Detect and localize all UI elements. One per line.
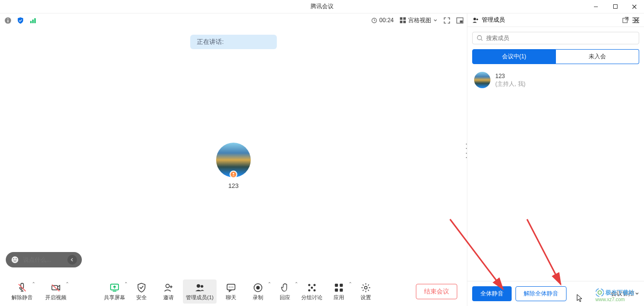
pip-icon[interactable] — [456, 17, 464, 24]
tab-not-joined[interactable]: 未入会 — [556, 49, 639, 64]
speaking-banner: 正在讲话: — [190, 35, 277, 49]
breakout-button[interactable]: 分组讨论 — [299, 279, 324, 304]
participant-name: 123 — [216, 182, 251, 189]
chevron-up-icon[interactable]: ⌃ — [65, 281, 69, 286]
bottom-toolbar: 解除静音 ⌃ 开启视频 ⌃ 共享屏幕 ⌃ 安全 — [0, 277, 467, 306]
members-panel: 管理成员 会议中(1) 未入会 123 (主持人, 我) 全体静音 解除全体静音 — [467, 13, 644, 306]
svg-rect-13 — [400, 17, 402, 20]
chevron-up-icon[interactable]: ⌃ — [32, 281, 36, 286]
members-button[interactable]: 管理成员(1) — [183, 279, 217, 304]
member-name: 123 — [495, 72, 526, 80]
svg-rect-45 — [340, 288, 343, 291]
svg-rect-43 — [340, 283, 343, 286]
svg-rect-42 — [335, 283, 338, 286]
chevron-up-icon[interactable]: ⌃ — [295, 281, 298, 286]
panel-tabs: 会议中(1) 未入会 — [472, 49, 639, 64]
popout-icon[interactable] — [622, 17, 629, 23]
end-meeting-button[interactable]: 结束会议 — [416, 284, 457, 299]
chevron-up-icon[interactable]: ⌃ — [268, 281, 271, 286]
svg-point-30 — [201, 285, 204, 288]
svg-rect-14 — [403, 17, 406, 20]
search-icon — [477, 35, 483, 41]
svg-rect-7 — [30, 21, 31, 23]
chevron-down-icon — [433, 18, 438, 23]
shield-icon[interactable] — [16, 16, 24, 24]
svg-point-19 — [232, 173, 234, 174]
emoji-icon[interactable] — [11, 255, 19, 264]
svg-point-40 — [313, 289, 316, 292]
unmute-all-button[interactable]: 解除全体静音 — [515, 286, 567, 301]
fullscreen-icon[interactable] — [443, 17, 451, 24]
panel-footer: 全体静音 解除全体静音 会议管控 — [467, 281, 644, 306]
svg-point-28 — [166, 284, 169, 287]
svg-rect-44 — [335, 288, 338, 291]
title-bar: 腾讯会议 — [0, 0, 644, 13]
svg-point-41 — [311, 286, 313, 289]
cursor-icon — [577, 294, 583, 303]
svg-point-37 — [308, 284, 310, 286]
svg-point-32 — [229, 286, 230, 287]
svg-point-29 — [197, 284, 200, 287]
search-input[interactable] — [486, 35, 635, 41]
main-video-area: 正在讲话: 123 — [0, 27, 467, 277]
svg-point-38 — [313, 284, 316, 286]
minimize-button[interactable] — [586, 0, 605, 13]
panel-header: 管理成员 — [467, 13, 644, 27]
member-role: (主持人, 我) — [495, 80, 526, 88]
view-mode-button[interactable]: 宫格视图 — [399, 16, 438, 25]
chevron-up-icon[interactable]: ⌃ — [348, 281, 352, 286]
security-button[interactable]: 安全 — [129, 279, 154, 304]
svg-point-20 — [12, 256, 18, 263]
svg-rect-9 — [34, 18, 36, 23]
search-box[interactable] — [472, 32, 639, 44]
chat-button[interactable]: 聊天 — [219, 279, 244, 304]
svg-point-46 — [364, 286, 367, 289]
svg-point-39 — [308, 289, 310, 292]
settings-button[interactable]: 设置 — [353, 279, 378, 304]
svg-point-47 — [474, 17, 476, 20]
member-row[interactable]: 123 (主持人, 我) — [472, 69, 639, 91]
close-button[interactable] — [625, 0, 644, 13]
svg-point-21 — [13, 258, 14, 259]
svg-rect-5 — [7, 20, 8, 22]
meeting-timer: 00:24 — [371, 17, 394, 24]
chevron-up-icon[interactable]: ⌃ — [124, 281, 128, 286]
panel-title: 管理成员 — [482, 16, 505, 24]
avatar — [216, 143, 251, 177]
svg-line-12 — [374, 20, 375, 21]
svg-rect-8 — [32, 19, 34, 23]
chat-pill[interactable] — [6, 252, 82, 267]
record-button[interactable]: 录制 ⌃ — [245, 279, 270, 304]
collapse-chat-icon[interactable] — [67, 255, 77, 265]
host-badge-icon — [230, 171, 237, 178]
share-screen-button[interactable]: 共享屏幕 ⌃ — [102, 279, 127, 304]
svg-point-6 — [7, 18, 8, 19]
tab-in-meeting[interactable]: 会议中(1) — [472, 49, 556, 64]
participant-tile[interactable]: 123 — [216, 143, 251, 189]
mute-all-button[interactable]: 全体静音 — [472, 286, 512, 301]
svg-rect-15 — [400, 21, 402, 23]
unmute-button[interactable]: 解除静音 ⌃ — [10, 279, 35, 304]
window-title: 腾讯会议 — [310, 2, 334, 11]
window-controls — [586, 0, 644, 13]
apps-button[interactable]: 应用 ⌃ — [326, 279, 351, 304]
info-icon[interactable] — [4, 16, 12, 24]
menu-icon[interactable] — [632, 17, 639, 23]
drag-handle[interactable] — [466, 144, 468, 158]
members-icon — [472, 17, 479, 24]
svg-rect-1 — [613, 5, 617, 9]
chat-input[interactable] — [23, 256, 62, 263]
svg-rect-18 — [460, 20, 463, 23]
reaction-button[interactable]: 回应 ⌃ — [272, 279, 297, 304]
meeting-control-button[interactable]: 会议管控 — [611, 290, 639, 298]
invite-button[interactable]: 邀请 — [156, 279, 181, 304]
video-button[interactable]: 开启视频 ⌃ — [43, 279, 68, 304]
svg-point-36 — [256, 286, 259, 289]
member-avatar — [474, 72, 490, 88]
chevron-down-icon — [635, 292, 639, 296]
maximize-button[interactable] — [605, 0, 625, 13]
svg-point-34 — [232, 286, 233, 287]
member-list: 123 (主持人, 我) — [467, 64, 644, 281]
signal-icon[interactable] — [29, 16, 37, 24]
svg-point-52 — [477, 36, 482, 40]
